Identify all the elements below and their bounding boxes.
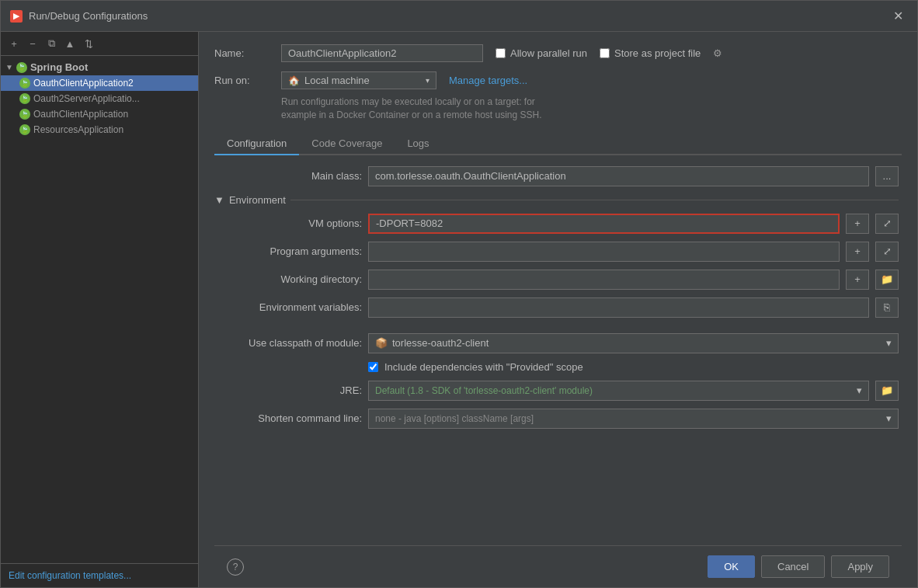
bottom-bar: ? OK Cancel Apply [214, 545, 902, 587]
vm-options-input[interactable] [368, 214, 840, 234]
env-vars-copy-button[interactable]: ⎘ [875, 297, 899, 318]
jre-row: JRE: Default (1.8 - SDK of 'torlesse-oau… [214, 381, 899, 401]
env-vars-row: Environment variables: ⎘ [214, 297, 899, 318]
env-vars-label: Environment variables: [214, 301, 362, 313]
environment-section-header[interactable]: ▼ Environment [214, 194, 899, 206]
shorten-cmd-arrow-icon: ▾ [886, 412, 892, 424]
environment-label: Environment [229, 194, 286, 206]
run-debug-dialog: ▶ Run/Debug Configurations ✕ + − ⧉ ▲ ⇅ ▼… [0, 0, 918, 588]
spring-icon-3: 🍃 [19, 124, 30, 135]
run-on-row: Run on: 🏠 Local machine ▾ Manage targets… [214, 71, 902, 89]
jre-value: Default (1.8 - SDK of 'torlesse-oauth2-c… [375, 385, 593, 396]
name-label: Name: [214, 47, 269, 59]
vm-options-row: VM options: + ⤢ [214, 214, 899, 234]
cancel-button[interactable]: Cancel [761, 555, 825, 578]
tab-code-coverage[interactable]: Code Coverage [299, 133, 395, 155]
app-icon: ▶ [10, 10, 23, 23]
local-machine-text: Local machine [304, 75, 370, 86]
apply-button[interactable]: Apply [831, 555, 889, 578]
classpath-arrow-icon: ▾ [886, 337, 892, 349]
main-class-input[interactable] [368, 166, 869, 186]
tree-item-label-2: OauthClientApplication [33, 109, 128, 120]
allow-parallel-checkbox[interactable] [496, 48, 506, 58]
config-content: Main class: ... ▼ Environment VM options… [214, 166, 902, 545]
spring-icon-0: 🍃 [19, 78, 30, 89]
vm-options-label: VM options: [214, 217, 362, 229]
working-dir-browse-button[interactable]: 📁 [875, 270, 899, 290]
name-row: Name: Allow parallel run Store as projec… [214, 44, 902, 62]
config-tree: ▼ 🍃 Spring Boot 🍃 OauthClientApplication… [1, 56, 198, 563]
program-args-fullscreen-button[interactable]: ⤢ [875, 242, 899, 262]
jre-label: JRE: [214, 384, 362, 396]
right-panel: Name: Allow parallel run Store as projec… [199, 32, 917, 587]
close-button[interactable]: ✕ [888, 7, 908, 25]
remove-config-button[interactable]: − [24, 35, 41, 52]
working-dir-expand-button[interactable]: + [846, 270, 869, 290]
include-deps-row: Include dependencies with "Provided" sco… [368, 361, 899, 373]
action-buttons: OK Cancel Apply [708, 555, 889, 578]
config-tabs: Configuration Code Coverage Logs [214, 133, 902, 155]
tree-item-label-3: ResourcesApplication [33, 124, 123, 135]
vm-options-expand-button[interactable]: + [846, 214, 869, 234]
tab-configuration[interactable]: Configuration [214, 133, 299, 155]
main-class-label: Main class: [214, 170, 362, 182]
tree-item-2[interactable]: 🍃 OauthClientApplication [1, 106, 198, 122]
edit-config-templates-link[interactable]: Edit configuration templates... [1, 563, 198, 587]
program-args-input[interactable] [368, 242, 840, 262]
manage-targets-link[interactable]: Manage targets... [449, 75, 527, 86]
add-config-button[interactable]: + [5, 35, 23, 52]
tree-item-1[interactable]: 🍃 Oauth2ServerApplicatio... [1, 91, 198, 106]
include-deps-checkbox[interactable] [368, 362, 378, 372]
left-toolbar: + − ⧉ ▲ ⇅ [1, 32, 198, 56]
dropdown-arrow-icon: ▾ [426, 76, 429, 85]
run-description: Run configurations may be executed local… [281, 96, 902, 122]
module-icon: 📦 [375, 337, 388, 349]
section-divider [290, 200, 899, 200]
run-on-dropdown[interactable]: 🏠 Local machine ▾ [281, 71, 436, 89]
dialog-content: + − ⧉ ▲ ⇅ ▼ 🍃 Spring Boot 🍃 OauthClientA… [1, 32, 917, 587]
tree-item-label-1: Oauth2ServerApplicatio... [33, 93, 140, 104]
working-dir-input[interactable] [368, 270, 840, 290]
allow-parallel-label: Allow parallel run [496, 47, 587, 59]
left-panel: + − ⧉ ▲ ⇅ ▼ 🍃 Spring Boot 🍃 OauthClientA… [1, 32, 199, 587]
copy-config-button[interactable]: ⧉ [43, 35, 60, 52]
classpath-value: torlesse-oauth2-client [392, 337, 489, 349]
tree-item-3[interactable]: 🍃 ResourcesApplication [1, 122, 198, 137]
store-project-label: Store as project file [600, 47, 701, 59]
gear-icon[interactable]: ⚙ [713, 47, 722, 59]
classpath-select[interactable]: 📦 torlesse-oauth2-client ▾ [368, 333, 899, 353]
spring-boot-group[interactable]: ▼ 🍃 Spring Boot [1, 59, 198, 75]
tab-logs[interactable]: Logs [395, 133, 441, 155]
title-bar-left: ▶ Run/Debug Configurations [10, 10, 148, 23]
spring-icon-1: 🍃 [19, 93, 30, 104]
move-config-button[interactable]: ▲ [61, 35, 78, 52]
spring-icon-2: 🍃 [19, 109, 30, 120]
jre-browse-button[interactable]: 📁 [875, 381, 899, 401]
store-project-checkbox[interactable] [600, 48, 610, 58]
group-label: Spring Boot [30, 61, 88, 73]
program-args-row: Program arguments: + ⤢ [214, 242, 899, 262]
classpath-row: Use classpath of module: 📦 torlesse-oaut… [214, 333, 899, 353]
tree-item-0[interactable]: 🍃 OauthClientApplication2 [1, 75, 198, 91]
main-class-browse-button[interactable]: ... [875, 166, 899, 186]
home-icon: 🏠 [288, 75, 300, 86]
working-dir-label: Working directory: [214, 273, 362, 285]
sort-config-button[interactable]: ⇅ [80, 35, 97, 52]
env-vars-input[interactable] [368, 297, 869, 318]
help-button[interactable]: ? [227, 558, 244, 576]
run-on-label: Run on: [214, 75, 269, 86]
vm-options-fullscreen-button[interactable]: ⤢ [875, 214, 899, 234]
main-class-row: Main class: ... [214, 166, 899, 186]
working-dir-row: Working directory: + 📁 [214, 270, 899, 290]
tree-item-label-0: OauthClientApplication2 [33, 78, 134, 89]
jre-select[interactable]: Default (1.8 - SDK of 'torlesse-oauth2-c… [368, 381, 869, 401]
classpath-label: Use classpath of module: [214, 337, 362, 349]
section-collapse-icon: ▼ [214, 194, 224, 206]
title-bar: ▶ Run/Debug Configurations ✕ [1, 1, 917, 32]
ok-button[interactable]: OK [708, 555, 755, 578]
name-input[interactable] [281, 44, 483, 62]
program-args-expand-button[interactable]: + [846, 242, 869, 262]
shorten-cmd-value: none - java [options] className [args] [375, 413, 534, 424]
shorten-cmd-select[interactable]: none - java [options] className [args] ▾ [368, 409, 899, 429]
dialog-title: Run/Debug Configurations [29, 10, 148, 22]
